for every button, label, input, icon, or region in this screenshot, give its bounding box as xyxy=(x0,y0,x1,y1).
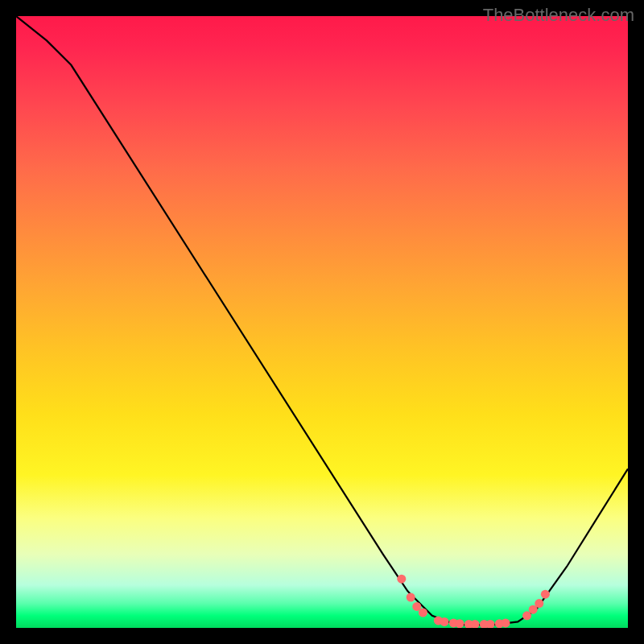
watermark-text: TheBottleneck.com xyxy=(483,5,634,26)
chart-background-gradient xyxy=(16,16,628,628)
chart-plot-area xyxy=(16,16,628,628)
